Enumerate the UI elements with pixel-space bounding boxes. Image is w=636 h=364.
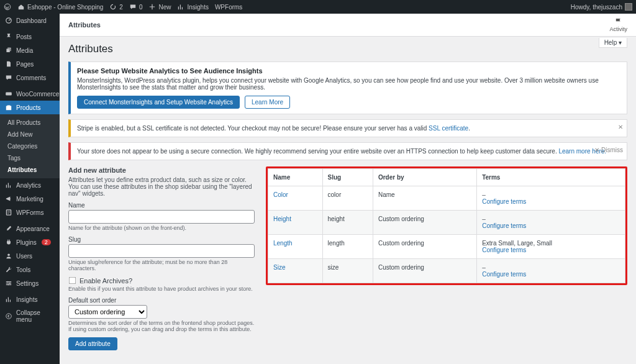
th-slug: Slug [322, 169, 373, 186]
updates-link[interactable]: 2 [109, 3, 123, 11]
sidebar-item-marketing[interactable]: Marketing [0, 192, 60, 206]
sidebar-item-wpforms[interactable]: WPForms [0, 206, 60, 219]
attr-name-link[interactable]: Color [273, 191, 288, 198]
sub-categories[interactable]: Categories [0, 140, 60, 152]
sidebar-item-settings[interactable]: Settings [0, 276, 60, 290]
name-help: Name for the attribute (shown on the fro… [68, 225, 255, 231]
wpforms-link[interactable]: WPForms [215, 4, 242, 11]
stripe-dismiss-icon[interactable]: ✕ [618, 124, 623, 130]
analytics-icon [5, 181, 12, 189]
ssl-notice: ✕ Dismiss Your store does not appear to … [68, 142, 627, 160]
home-icon [17, 3, 25, 11]
slug-input[interactable] [68, 244, 255, 258]
sub-tags[interactable]: Tags [0, 152, 60, 164]
plus-icon [148, 3, 156, 11]
sidebar-collapse[interactable]: Collapse menu [0, 306, 60, 326]
name-input[interactable] [68, 210, 255, 224]
site-name-link[interactable]: Eshoppe - Online Shopping [17, 3, 103, 11]
configure-terms-link[interactable]: Configure terms [482, 247, 620, 253]
megaphone-icon [5, 195, 12, 202]
ssl-dismiss-button[interactable]: ✕ Dismiss [594, 147, 623, 153]
pages-icon [5, 60, 12, 68]
new-link[interactable]: New [148, 3, 171, 11]
collapse-icon [5, 312, 12, 320]
order-select[interactable]: Custom ordering [68, 305, 147, 319]
th-name: Name [268, 169, 323, 186]
woo-icon [5, 90, 12, 98]
wp-logo[interactable] [4, 3, 11, 11]
stripe-notice: ✕ Stripe is enabled, but a SSL certifica… [68, 119, 627, 137]
page-title: Attributes [68, 43, 627, 55]
brush-icon [5, 225, 12, 232]
configure-terms-link[interactable]: Configure terms [482, 198, 620, 205]
sidebar-item-plugins[interactable]: Plugins2 [0, 235, 60, 249]
sidebar-item-posts[interactable]: Posts [0, 30, 60, 43]
plugins-badge: 2 [42, 239, 51, 245]
updates-count: 2 [119, 4, 123, 11]
sidebar-item-woocommerce[interactable]: WooCommerce [0, 87, 60, 101]
attr-name-link[interactable]: Size [273, 264, 285, 271]
sub-add-new[interactable]: Add New [0, 129, 60, 140]
sidebar-item-dashboard[interactable]: Dashboard [0, 14, 60, 27]
media-icon [5, 47, 12, 54]
insights-link[interactable]: Insights [177, 3, 208, 11]
products-submenu: All Products Add New Categories Tags Att… [0, 114, 60, 178]
slug-help: Unique slug/reference for the attribute;… [68, 259, 255, 271]
form-icon [5, 209, 12, 216]
sidebar-item-appearance[interactable]: Appearance [0, 222, 60, 235]
howdy-link[interactable]: Howdy, thejuszach [571, 3, 632, 11]
sub-attributes[interactable]: Attributes [0, 164, 60, 176]
archives-help: Enable this if you want this attribute t… [68, 286, 255, 292]
insights-icon [5, 296, 12, 303]
svg-point-8 [6, 314, 11, 319]
svg-point-6 [9, 283, 11, 284]
svg-rect-2 [6, 93, 12, 96]
table-row: Size size Custom ordering –Configure ter… [268, 259, 625, 283]
sidebar-item-pages[interactable]: Pages [0, 57, 60, 71]
content-area: Attributes Activity Help ▾ Attributes Pl… [60, 14, 636, 364]
archives-label: Enable Archives? [80, 277, 132, 284]
comments-count: 0 [139, 4, 143, 11]
sidebar-item-comments[interactable]: Comments [0, 71, 60, 84]
comment-icon [5, 74, 12, 81]
user-icon [5, 252, 12, 260]
ssl-cert-link[interactable]: SSL certificate [429, 125, 468, 132]
archives-checkbox[interactable] [69, 277, 76, 284]
mi-connect-button[interactable]: Connect MonsterInsights and Setup Websit… [77, 96, 240, 109]
attr-name-link[interactable]: Height [273, 216, 291, 222]
sub-all-products[interactable]: All Products [0, 117, 60, 129]
sidebar-item-media[interactable]: Media [0, 43, 60, 57]
sidebar-item-insights[interactable]: Insights [0, 293, 60, 306]
attributes-table: Name Slug Order by Terms Color color Nam… [268, 168, 625, 283]
mi-learn-button[interactable]: Learn More [245, 96, 290, 109]
wrench-icon [5, 266, 12, 273]
form-intro: Attributes let you define extra product … [68, 176, 255, 197]
admin-bar: Eshoppe - Online Shopping 2 0 New Insigh… [0, 0, 636, 14]
slug-label: Slug [68, 236, 255, 243]
table-row: Length length Custom ordering Extra Smal… [268, 235, 625, 259]
add-attribute-button[interactable]: Add attribute [68, 337, 117, 350]
comments-link[interactable]: 0 [129, 3, 143, 11]
sidebar-item-products[interactable]: Products [0, 101, 60, 114]
configure-terms-link[interactable]: Configure terms [482, 222, 620, 229]
table-row: Color color Name –Configure terms [268, 186, 625, 211]
sidebar-item-tools[interactable]: Tools [0, 263, 60, 276]
attributes-table-highlight: Name Slug Order by Terms Color color Nam… [266, 166, 627, 285]
flag-icon [614, 17, 623, 26]
help-tab[interactable]: Help ▾ [599, 38, 627, 48]
th-order: Order by [373, 169, 476, 186]
products-icon [5, 104, 12, 111]
top-strip: Attributes Activity [60, 14, 636, 37]
th-terms: Terms [477, 169, 625, 186]
dashboard-icon [5, 17, 12, 24]
configure-terms-link[interactable]: Configure terms [482, 271, 620, 278]
sidebar-item-users[interactable]: Users [0, 249, 60, 263]
avatar [625, 3, 632, 11]
table-row: Height height Custom ordering –Configure… [268, 211, 625, 235]
chart-icon [177, 3, 184, 11]
attr-name-link[interactable]: Length [273, 240, 293, 247]
sidebar-item-analytics[interactable]: Analytics [0, 178, 60, 192]
svg-point-7 [8, 284, 9, 286]
activity-button[interactable]: Activity [609, 17, 627, 32]
update-icon [109, 3, 117, 11]
